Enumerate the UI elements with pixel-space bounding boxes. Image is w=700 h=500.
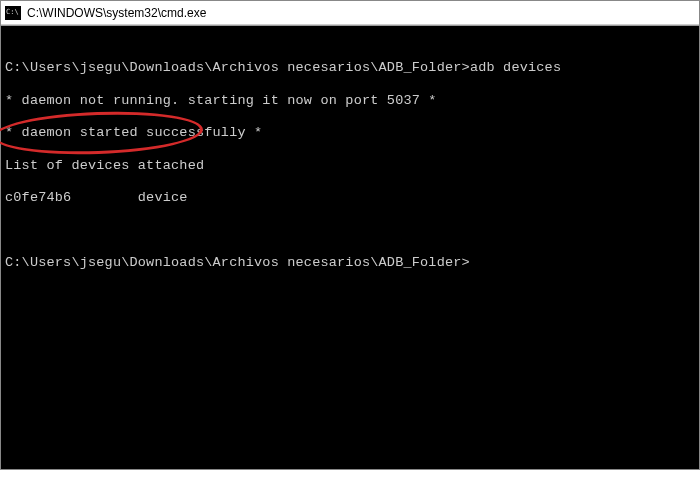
terminal-output: * daemon not running. starting it now on… xyxy=(5,93,695,109)
terminal-prompt-line: C:\Users\jsegu\Downloads\Archivos necesa… xyxy=(5,60,695,76)
terminal-output: * daemon started successfully * xyxy=(5,125,695,141)
window-title: C:\WINDOWS\system32\cmd.exe xyxy=(27,6,206,20)
cmd-window: C:\WINDOWS\system32\cmd.exe C:\Users\jse… xyxy=(0,0,700,470)
terminal-prompt-line: C:\Users\jsegu\Downloads\Archivos necesa… xyxy=(5,255,695,271)
cmd-icon xyxy=(5,6,21,20)
terminal-body[interactable]: C:\Users\jsegu\Downloads\Archivos necesa… xyxy=(1,26,699,469)
titlebar[interactable]: C:\WINDOWS\system32\cmd.exe xyxy=(1,1,699,25)
command-text: adb devices xyxy=(470,60,561,75)
prompt-path: C:\Users\jsegu\Downloads\Archivos necesa… xyxy=(5,60,470,75)
terminal-output: c0fe74b6 device xyxy=(5,190,695,206)
terminal-output: List of devices attached xyxy=(5,158,695,174)
prompt-path: C:\Users\jsegu\Downloads\Archivos necesa… xyxy=(5,255,470,270)
